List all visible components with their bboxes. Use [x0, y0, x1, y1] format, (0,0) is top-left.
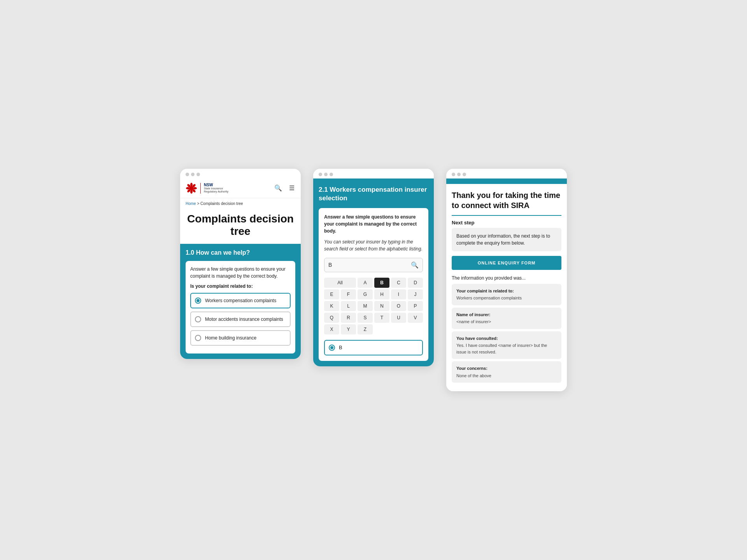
concerns-value: None of the above: [456, 373, 491, 378]
screen1-header: NSW State Insurance Regulatory Authority…: [180, 178, 301, 198]
alpha-u[interactable]: U: [391, 313, 406, 323]
menu-button[interactable]: ☰: [288, 184, 295, 192]
nsw-logo: NSW State Insurance Regulatory Authority: [186, 182, 228, 194]
options-card: Answer a few simple questions to ensure …: [186, 261, 295, 354]
alpha-o[interactable]: O: [391, 301, 406, 311]
next-step-label: Next step: [452, 220, 561, 226]
screen2-italic-desc: You can select your insurer by typing in…: [324, 238, 423, 252]
dot-red2: [319, 173, 322, 176]
alpha-f[interactable]: F: [341, 289, 356, 299]
alpha-v[interactable]: V: [408, 313, 423, 323]
search-button[interactable]: 🔍: [274, 184, 283, 192]
dot-red: [186, 173, 189, 176]
header-icons: 🔍 ☰: [274, 184, 295, 192]
selected-insurer-label: B: [339, 345, 342, 350]
nsw-flower-icon: [186, 182, 197, 194]
screen3-mockup: Thank you for taking the time to connect…: [446, 169, 567, 392]
alpha-t[interactable]: T: [374, 313, 389, 323]
option-workers-comp[interactable]: Workers compensation complaints: [190, 293, 291, 308]
alpha-l[interactable]: L: [341, 301, 356, 311]
alpha-i[interactable]: I: [391, 289, 406, 299]
breadcrumb: Home > Complaints decision tree: [180, 198, 301, 207]
alpha-z[interactable]: Z: [358, 324, 373, 334]
screen2-card: Answer a few simple questions to ensure …: [319, 208, 428, 361]
radio-insurer-b: [329, 345, 335, 351]
screen2-top-bar: [313, 169, 434, 178]
alpha-k[interactable]: K: [324, 301, 339, 311]
alpha-a[interactable]: A: [358, 278, 373, 288]
option-home-building[interactable]: Home building insurance: [190, 330, 291, 346]
screen2-header-title: 2.1 Workers compensation insurer selecti…: [319, 186, 428, 203]
search-icon: 🔍: [411, 261, 419, 269]
alpha-b[interactable]: B: [374, 278, 389, 288]
alpha-r[interactable]: R: [341, 313, 356, 323]
option-motor-accidents-label: Motor accidents insurance complaints: [205, 317, 283, 322]
info-card-concerns: Your concerns: None of the above: [452, 361, 561, 383]
alpha-p[interactable]: P: [408, 301, 423, 311]
complaint-value: Workers compensation complaints: [456, 296, 522, 300]
option-workers-comp-label: Workers compensation complaints: [205, 298, 276, 303]
svg-point-2: [190, 190, 193, 194]
alpha-j[interactable]: J: [408, 289, 423, 299]
alpha-m[interactable]: M: [358, 301, 373, 311]
dot-yellow3: [457, 173, 461, 176]
screen2-mockup: 2.1 Workers compensation insurer selecti…: [313, 169, 434, 366]
svg-point-1: [190, 183, 193, 187]
breadcrumb-sep: >: [196, 201, 200, 206]
next-step-info: Based on your information, the next step…: [452, 228, 561, 251]
consulted-value: Yes. I have consulted <name of insurer> …: [456, 343, 547, 354]
dot-green3: [463, 173, 466, 176]
screen3-body: Thank you for taking the time to connect…: [446, 184, 567, 392]
complaint-label: Your complaint is related to:: [456, 288, 557, 294]
how-can-we-help-section: 1.0 How can we help? Answer a few simple…: [180, 244, 301, 359]
alpha-x[interactable]: X: [324, 324, 339, 334]
alpha-d[interactable]: D: [408, 278, 423, 288]
alpha-grid: All A B C D E F G H I J K L M N O P: [324, 278, 423, 334]
screens-container: NSW State Insurance Regulatory Authority…: [165, 145, 582, 415]
page-title: Complaints decision tree: [186, 213, 295, 244]
dot-green: [196, 173, 200, 176]
concerns-label: Your concerns:: [456, 365, 557, 372]
info-card-complaint: Your complaint is related to: Workers co…: [452, 284, 561, 305]
selected-insurer-option[interactable]: B: [324, 340, 423, 355]
alpha-q[interactable]: Q: [324, 313, 339, 323]
alpha-c[interactable]: C: [391, 278, 406, 288]
insurer-label: Name of insurer:: [456, 312, 557, 318]
screen2-body: Answer a few simple questions to ensure …: [313, 208, 434, 366]
logo-line1: State Insurance: [204, 187, 228, 190]
alpha-e[interactable]: E: [324, 289, 339, 299]
dot-yellow: [191, 173, 195, 176]
search-box[interactable]: B 🔍: [324, 258, 423, 272]
alpha-g[interactable]: G: [358, 289, 373, 299]
alpha-all[interactable]: All: [324, 278, 356, 288]
logo-divider: [200, 183, 201, 194]
question-text: Is your complaint related to:: [190, 284, 291, 289]
breadcrumb-home[interactable]: Home: [186, 201, 196, 206]
breadcrumb-current: Complaints decision tree: [200, 201, 243, 206]
screen3-top-accent: [446, 178, 567, 184]
alpha-s[interactable]: S: [358, 313, 373, 323]
alpha-y[interactable]: Y: [341, 324, 356, 334]
dot-yellow2: [324, 173, 328, 176]
alpha-n[interactable]: N: [374, 301, 389, 311]
search-value: B: [328, 262, 411, 268]
radio-workers-comp: [195, 298, 201, 304]
svg-point-4: [193, 187, 197, 189]
alpha-h[interactable]: H: [374, 289, 389, 299]
screen2-blue-header: 2.1 Workers compensation insurer selecti…: [313, 178, 434, 208]
option-motor-accidents[interactable]: Motor accidents insurance complaints: [190, 312, 291, 327]
insurer-value: <name of insurer>: [456, 319, 491, 324]
page-title-area: Complaints decision tree: [180, 207, 301, 244]
online-enquiry-button[interactable]: ONLINE ENQUIRY FORM: [452, 256, 561, 270]
screen2-desc: Answer a few simple questions to ensure …: [324, 214, 423, 234]
dot-green2: [330, 173, 333, 176]
nsw-abbr: NSW: [204, 183, 228, 187]
radio-motor-accidents: [195, 316, 201, 322]
svg-point-9: [189, 186, 193, 190]
screen3-top-bar: [446, 169, 567, 178]
screen1-mockup: NSW State Insurance Regulatory Authority…: [180, 169, 301, 359]
consulted-label: You have consulted:: [456, 335, 557, 342]
svg-point-3: [186, 187, 190, 189]
dot-red3: [452, 173, 455, 176]
thank-you-title: Thank you for taking the time to connect…: [452, 190, 561, 216]
